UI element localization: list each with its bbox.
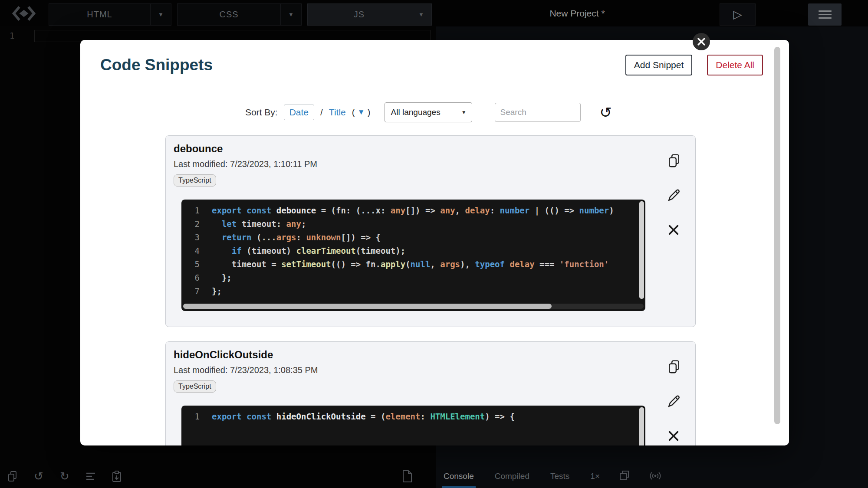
snippet-language-badge: TypeScript: [174, 174, 216, 187]
snippet-actions: [667, 153, 681, 237]
snippet-card: debounceLast modified: 7/23/2023, 1:10:1…: [165, 135, 696, 327]
copy-icon: [667, 153, 681, 169]
sort-direction[interactable]: ( ▼ ): [352, 107, 371, 118]
snippet-last-modified: Last modified: 7/23/2023, 1:08:35 PM: [174, 365, 695, 375]
snippet-search-input[interactable]: [495, 103, 581, 122]
code-line: 5 timeout = setTimeout(() => fn.apply(nu…: [181, 258, 645, 271]
code-horizontal-scrollbar[interactable]: [183, 304, 552, 309]
pencil-icon: [667, 188, 681, 203]
modal-header: Code Snippets Add Snippet Delete All: [80, 40, 789, 75]
snippet-list: debounceLast modified: 7/23/2023, 1:10:1…: [80, 135, 789, 445]
copy-snippet-button[interactable]: [667, 359, 681, 374]
modal-scrollbar[interactable]: [774, 47, 780, 424]
code-line-number: 7: [181, 285, 200, 298]
snippet-actions: [667, 359, 681, 443]
sort-separator: /: [320, 107, 323, 118]
snippet-code-block[interactable]: 1export const hideOnClickOutside = (elem…: [181, 406, 645, 445]
delete-snippet-button[interactable]: [667, 429, 681, 443]
code-vertical-scrollbar[interactable]: [639, 407, 644, 445]
snippet-title: hideOnClickOutside: [174, 349, 695, 361]
code-line-number: 5: [181, 258, 200, 271]
code-line: 2 let timeout: any;: [181, 217, 645, 231]
code-line: 4 if (timeout) clearTimeout(timeout);: [181, 244, 645, 258]
copy-icon: [667, 359, 681, 375]
code-horizontal-scroll-track[interactable]: [183, 304, 644, 309]
chevron-down-icon: ▼: [461, 109, 467, 115]
pencil-icon: [667, 394, 681, 409]
edit-snippet-button[interactable]: [667, 188, 681, 203]
copy-snippet-button[interactable]: [667, 153, 681, 168]
snippet-card: hideOnClickOutsideLast modified: 7/23/20…: [165, 341, 696, 445]
code-line: 1export const debounce = (fn: (...x: any…: [181, 204, 645, 217]
sort-direction-triangle-icon: ▼: [358, 108, 365, 117]
code-line-number: 3: [181, 231, 200, 244]
code-line-number: 6: [181, 271, 200, 285]
code-line-number: 2: [181, 217, 200, 231]
code-vertical-scrollbar[interactable]: [639, 201, 644, 299]
snippet-last-modified: Last modified: 7/23/2023, 1:10:11 PM: [174, 159, 695, 169]
delete-all-button[interactable]: Delete All: [707, 55, 763, 75]
code-line: 3 return (...args: unknown[]) => {: [181, 231, 645, 244]
modal-close-button[interactable]: [693, 33, 710, 50]
snippet-title: debounce: [174, 143, 695, 155]
edit-snippet-button[interactable]: [667, 394, 681, 409]
code-snippets-modal: Code Snippets Add Snippet Delete All Sor…: [80, 40, 789, 445]
add-snippet-button[interactable]: Add Snippet: [625, 55, 692, 75]
code-line-number: 1: [181, 204, 200, 217]
code-line-number: 1: [181, 410, 200, 423]
sort-by-label: Sort By:: [245, 107, 278, 118]
sort-title-button[interactable]: Title: [329, 107, 346, 118]
code-line: 7};: [181, 285, 645, 298]
code-line: 1export const hideOnClickOutside = (elem…: [181, 410, 645, 423]
snippet-language-badge: TypeScript: [174, 380, 216, 393]
refresh-button[interactable]: ↺: [600, 105, 612, 120]
language-filter-select[interactable]: All languages ▼: [385, 102, 472, 122]
snippet-code-block[interactable]: 1export const debounce = (fn: (...x: any…: [181, 200, 645, 311]
sort-date-button[interactable]: Date: [284, 105, 314, 120]
modal-title: Code Snippets: [100, 56, 625, 74]
close-icon: [667, 429, 681, 443]
language-filter-value: All languages: [391, 108, 441, 117]
snippet-controls: Sort By: Date / Title ( ▼ ) All language…: [80, 102, 783, 122]
delete-snippet-button[interactable]: [667, 223, 681, 237]
close-icon: [667, 223, 681, 237]
code-line-number: 4: [181, 244, 200, 258]
code-line: 6 };: [181, 271, 645, 285]
